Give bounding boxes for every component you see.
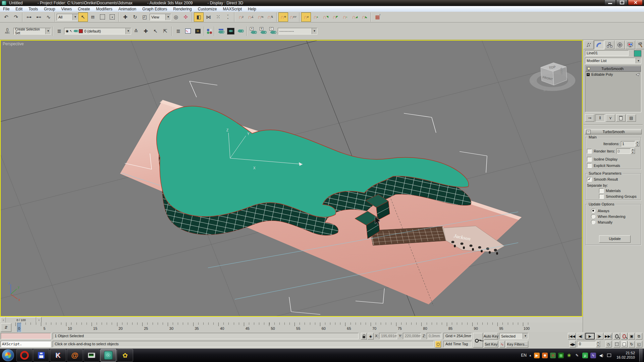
taskbar-save-app[interactable] xyxy=(33,349,49,362)
z-coordinate-field[interactable]: 0,0mm xyxy=(427,333,441,339)
rectangular-selection-region-button[interactable] xyxy=(98,12,107,22)
tray-expand-icon[interactable]: ▲ xyxy=(529,354,532,357)
play-button[interactable]: ▶ xyxy=(585,333,595,340)
x-coordinate-field[interactable]: 195,691mm xyxy=(379,333,397,339)
layer-manager-button[interactable]: ≣ xyxy=(54,26,64,36)
select-and-link-button[interactable]: ⊶ xyxy=(24,12,34,22)
active-layer-dropdown[interactable]: ◉ ↖ 0 (default) ▼ xyxy=(64,28,131,35)
tray-blocked-icon[interactable]: ⊘ xyxy=(550,353,556,358)
render-preset-a-button[interactable]: A xyxy=(249,26,258,36)
align-button[interactable]: ⁙ xyxy=(213,12,223,22)
go-to-end-button[interactable]: ▶▶| xyxy=(604,333,612,340)
material-editor-button[interactable] xyxy=(206,28,213,35)
undo-button[interactable]: ↶ xyxy=(1,12,11,22)
modifier-enabled-icon[interactable] xyxy=(587,67,590,70)
menu-group[interactable]: Group xyxy=(41,6,58,12)
compass-west-label[interactable]: W xyxy=(531,80,534,83)
layer-list-button[interactable]: ≣ xyxy=(173,26,183,36)
tray-daemon-icon[interactable] xyxy=(542,353,548,358)
go-to-start-button[interactable]: |◀◀ xyxy=(568,333,576,340)
collapse-icon[interactable]: - xyxy=(586,130,591,134)
key-filters-button[interactable]: Key Filters... xyxy=(506,341,528,348)
update-button[interactable]: Update xyxy=(599,235,631,243)
set-current-layer-button[interactable]: ⇱ xyxy=(160,26,170,36)
auto-key-button[interactable]: Auto Key xyxy=(484,333,498,340)
time-slider-track[interactable]: ‹ 0 / 100 › xyxy=(0,317,583,322)
expand-icon[interactable]: + xyxy=(587,73,590,76)
render-preset-dropdown[interactable]: ----------- ▼ xyxy=(278,28,317,35)
manually-radio[interactable] xyxy=(591,220,595,224)
spinner-snap-button[interactable]: ∩⇅ xyxy=(265,12,275,22)
schematic-view-button[interactable]: ⊟ xyxy=(193,26,203,36)
pin-stack-button[interactable]: ⊸ xyxy=(585,114,594,122)
stack-row-turbosmooth[interactable]: TurboSmooth xyxy=(585,66,641,72)
render-iters-spinner[interactable] xyxy=(631,148,635,154)
tray-grid-icon[interactable]: ▦ xyxy=(558,353,564,358)
zoom-extents-all-button[interactable]: ⧉ xyxy=(636,333,642,340)
tab-hierarchy[interactable] xyxy=(604,41,614,49)
viewcube[interactable]: W S E TOP FRONT LEFT xyxy=(530,63,575,92)
materials-checkbox[interactable] xyxy=(599,188,604,193)
configure-modifier-sets-button[interactable]: ▤ xyxy=(627,114,636,122)
object-name-field[interactable]: Line01 xyxy=(585,50,629,56)
spacing-tool-button[interactable]: ⁚ xyxy=(223,12,233,22)
tab-utilities[interactable] xyxy=(636,41,644,49)
time-slider-button[interactable]: 0 / 100 xyxy=(6,317,36,323)
tab-create[interactable] xyxy=(584,41,594,49)
menu-modifiers[interactable]: Modifiers xyxy=(93,6,115,12)
modifier-list-dropdown[interactable]: Modifier List ▼ xyxy=(585,58,641,64)
percent-snap-button[interactable]: ∩% xyxy=(256,12,265,22)
start-button[interactable] xyxy=(2,349,14,361)
previous-frame-button[interactable]: ◀| xyxy=(577,333,585,340)
minimize-button[interactable] xyxy=(604,0,616,5)
menu-tools[interactable]: Tools xyxy=(25,6,41,12)
zoom-all-button[interactable] xyxy=(621,333,628,340)
menu-views[interactable]: Views xyxy=(58,6,75,12)
snap-pivot-button[interactable]: ∩◢ xyxy=(350,12,360,22)
zoom-region-button[interactable] xyxy=(613,341,620,348)
menu-create[interactable]: Create xyxy=(75,6,93,12)
menu-animation[interactable]: Animation xyxy=(115,6,139,12)
compass-south-label[interactable]: S xyxy=(543,88,545,92)
iterations-spinner[interactable] xyxy=(635,141,639,146)
maxscript-mini-listener[interactable]: AXScript. xyxy=(1,341,51,347)
render-setup-button[interactable] xyxy=(216,26,226,36)
taskbar-3ds-max[interactable]: ☉ xyxy=(100,349,116,362)
maximize-button[interactable] xyxy=(616,0,628,5)
add-to-layer-button[interactable]: ✚ xyxy=(141,26,151,36)
stack-row-editable-poly[interactable]: + Editable Poly xyxy=(585,72,641,77)
frame-spinner[interactable] xyxy=(596,341,600,347)
snap-2d-button[interactable]: ∩2 xyxy=(236,12,246,22)
language-indicator[interactable]: EN xyxy=(521,353,527,358)
viewport-perspective[interactable]: Perspective xyxy=(0,40,583,317)
pan-button[interactable] xyxy=(621,341,628,348)
selection-filter-dropdown[interactable]: All ▼ xyxy=(57,14,78,20)
taskbar-opera[interactable] xyxy=(16,349,33,362)
select-and-manipulate-button[interactable]: ✜ xyxy=(181,12,191,22)
compass-east-label[interactable]: E xyxy=(569,82,571,86)
always-radio[interactable] xyxy=(591,208,595,213)
iterations-field[interactable]: 1 xyxy=(621,141,635,146)
default-in-out-tangents-button[interactable]: ∿ xyxy=(499,341,505,348)
snap-move-button[interactable]: ∩✛ xyxy=(278,12,288,22)
render-iters-field[interactable]: 0 xyxy=(616,148,631,154)
object-color-swatch[interactable] xyxy=(634,50,641,57)
next-frame-button[interactable]: |▶ xyxy=(595,333,603,340)
menu-maxscript[interactable]: MAXScript xyxy=(220,6,245,12)
snaps-toggle-button[interactable]: ◧ xyxy=(194,12,204,22)
grid-snap-button[interactable]: ∩# xyxy=(301,12,311,22)
explicit-normals-checkbox[interactable] xyxy=(587,163,592,168)
key-mode-toggle-button[interactable]: ◀▶ xyxy=(570,341,576,348)
render-preset-c-button[interactable]: C xyxy=(268,26,278,36)
menu-rendering[interactable]: Rendering xyxy=(170,6,195,12)
curve-editor-button[interactable]: ∿ xyxy=(183,26,193,36)
key-mode-dropdown[interactable]: Selected ▼ xyxy=(499,333,528,339)
tray-clock[interactable]: 21:52 16.02.2010 xyxy=(616,351,635,360)
taskbar-qip[interactable]: ✿ xyxy=(117,349,133,362)
zoom-extents-button[interactable]: ▣ xyxy=(628,333,635,340)
current-frame-field[interactable]: 0 xyxy=(577,341,596,347)
min-max-toggle-button[interactable]: ◱ xyxy=(636,341,642,348)
add-time-tag[interactable]: Add Time Tag xyxy=(443,341,472,347)
close-button[interactable] xyxy=(628,0,643,5)
select-and-move-button[interactable]: ✚ xyxy=(120,12,130,22)
